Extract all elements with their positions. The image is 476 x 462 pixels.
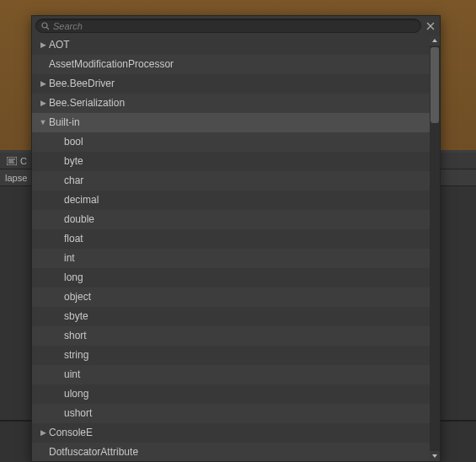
search-input[interactable]	[53, 19, 415, 32]
tree-row[interactable]: ▶object	[32, 287, 430, 307]
console-tab-icon	[7, 157, 17, 165]
scroll-down-button[interactable]	[430, 451, 440, 461]
tree-row[interactable]: ▶byte	[32, 152, 430, 171]
tree-row[interactable]: ▶Bee.BeeDriver	[32, 74, 430, 94]
tree-item-label: ushort	[64, 407, 92, 419]
tree-item-label: AssetModificationProcessor	[49, 58, 174, 70]
tree-row[interactable]: ▶short	[32, 326, 430, 346]
tree-item-label: double	[64, 213, 94, 225]
tree-row[interactable]: ▶DotfuscatorAttribute	[32, 443, 430, 461]
expander-right-icon[interactable]: ▶	[39, 79, 47, 88]
tree-row[interactable]: ▶double	[32, 210, 430, 229]
tree-row[interactable]: ▶sbyte	[32, 307, 430, 326]
tree-item-label: Built-in	[49, 116, 80, 128]
tree-row[interactable]: ▶uint	[32, 365, 430, 384]
tree-item-label: string	[64, 349, 88, 361]
vertical-scrollbar[interactable]	[430, 35, 440, 461]
tree-row[interactable]: ▶bool	[32, 132, 430, 152]
tree-row[interactable]: ▶float	[32, 229, 430, 249]
tree-item-label: ulong	[64, 388, 88, 400]
tree-item-label: Bee.BeeDriver	[49, 78, 115, 89]
tree-item-label: bool	[64, 136, 83, 148]
close-button[interactable]	[425, 20, 436, 32]
tree-viewport: ▶AOT▶AssetModificationProcessor▶Bee.BeeD…	[32, 35, 440, 461]
tree-item-label: uint	[64, 368, 80, 380]
tree-item-label: char	[64, 175, 83, 186]
expander-down-icon[interactable]: ▼	[39, 118, 47, 126]
tree-item-label: decimal	[64, 194, 99, 206]
expander-right-icon[interactable]: ▶	[39, 428, 47, 437]
panel-tab-label[interactable]: C	[20, 156, 27, 166]
svg-point-4	[42, 23, 47, 28]
search-icon	[41, 22, 50, 30]
tree-row[interactable]: ▼Built-in	[32, 113, 430, 132]
svg-marker-9	[432, 454, 437, 458]
tree-row[interactable]: ▶char	[32, 171, 430, 191]
tree-item-label: short	[64, 330, 87, 341]
type-tree[interactable]: ▶AOT▶AssetModificationProcessor▶Bee.BeeD…	[32, 35, 430, 461]
tree-item-label: long	[64, 271, 83, 283]
tree-item-label: object	[64, 291, 91, 303]
search-field-wrap[interactable]	[35, 19, 421, 33]
tree-item-label: DotfuscatorAttribute	[49, 446, 138, 458]
tree-row[interactable]: ▶ushort	[32, 404, 430, 423]
svg-marker-8	[432, 39, 437, 42]
tree-item-label: float	[64, 233, 83, 244]
tree-row[interactable]: ▶Bee.Serialization	[32, 94, 430, 113]
expander-right-icon[interactable]: ▶	[39, 99, 47, 107]
tree-row[interactable]: ▶int	[32, 249, 430, 268]
tree-item-label: Bee.Serialization	[49, 97, 125, 109]
tree-item-label: AOT	[49, 39, 70, 51]
svg-line-5	[46, 27, 49, 30]
expander-right-icon[interactable]: ▶	[39, 40, 47, 49]
tree-item-label: sbyte	[64, 310, 88, 322]
tree-row[interactable]: ▶AssetModificationProcessor	[32, 55, 430, 74]
type-picker-popup: ▶AOT▶AssetModificationProcessor▶Bee.BeeD…	[31, 15, 441, 462]
tree-row[interactable]: ▶string	[32, 346, 430, 365]
tree-row[interactable]: ▶AOT	[32, 35, 430, 55]
tree-row[interactable]: ▶ulong	[32, 384, 430, 404]
tree-item-label: byte	[64, 155, 83, 167]
scroll-up-button[interactable]	[430, 35, 440, 46]
collapse-button[interactable]: lapse	[0, 170, 32, 185]
tree-row[interactable]: ▶ConsoleE	[32, 423, 430, 443]
search-row	[32, 16, 440, 35]
tree-item-label: int	[64, 252, 75, 264]
scroll-thumb[interactable]	[431, 47, 439, 123]
tree-item-label: ConsoleE	[49, 427, 93, 438]
tree-row[interactable]: ▶decimal	[32, 191, 430, 210]
tree-row[interactable]: ▶long	[32, 268, 430, 287]
